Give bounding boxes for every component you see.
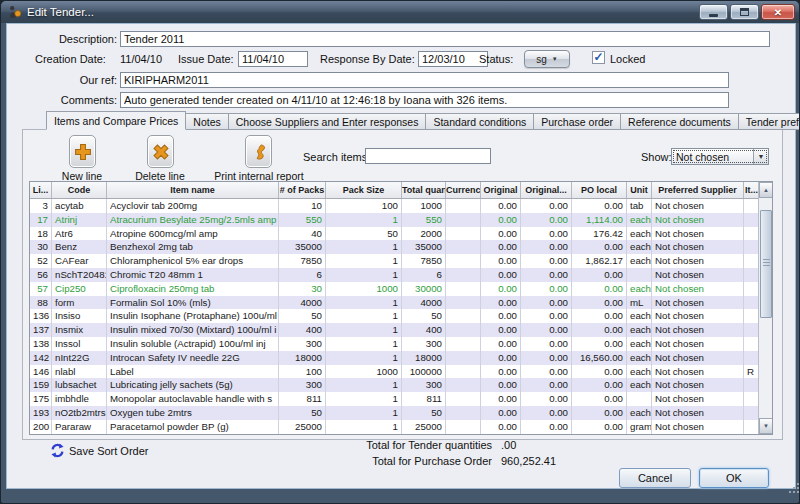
table-row[interactable]: 52CAFearChloramphenicol 5% ear drops7850…: [30, 254, 772, 268]
cell-preferred_supplier: Not chosen: [652, 268, 744, 282]
cell-po_local: 0.00: [572, 392, 627, 406]
table-row[interactable]: 193nO2tb2mtrsOxygen tube 2mtrs501500.000…: [30, 406, 772, 420]
cell-unit: grams: [627, 420, 652, 434]
scroll-down-button[interactable]: ▼: [759, 418, 773, 434]
close-button[interactable]: ✕: [761, 4, 795, 20]
cell-pack_size: 1: [326, 378, 402, 392]
search-items-input[interactable]: [365, 148, 491, 164]
table-row[interactable]: 57Cip250Ciprofloxacin 250mg tab301000300…: [30, 282, 772, 296]
tab-items-and-compare-prices[interactable]: Items and Compare Prices: [46, 111, 186, 130]
column-header-currency[interactable]: Currency: [446, 182, 481, 198]
cell-total_quantity: 400: [402, 323, 446, 337]
cell-line: 3: [30, 199, 52, 213]
dialog-content: Description: Creation Date: 11/04/10 Iss…: [6, 23, 796, 489]
tab-bar: Items and Compare PricesNotesChoose Supp…: [46, 111, 800, 130]
cell-packs: 100: [279, 365, 326, 379]
column-header-code[interactable]: Code: [52, 182, 107, 198]
tab-reference-documents[interactable]: Reference documents: [621, 113, 739, 130]
scroll-up-button[interactable]: ▲: [759, 182, 773, 198]
tab-choose-suppliers-and-enter-responses[interactable]: Choose Suppliers and Enter responses: [229, 113, 427, 130]
maximize-button[interactable]: [730, 4, 759, 20]
column-header-line[interactable]: Li...: [30, 182, 52, 198]
table-row[interactable]: 138InssolInsulin soluble (Actrapid) 100u…: [30, 337, 772, 351]
cell-line: 30: [30, 240, 52, 254]
column-header-original[interactable]: Original: [481, 182, 521, 198]
table-row[interactable]: 18Atr6Atropine 600mcg/ml amp405020000.00…: [30, 227, 772, 241]
table-row[interactable]: 159lubsachetLubricating jelly sachets (5…: [30, 378, 772, 392]
status-dropdown[interactable]: sg ▼: [524, 50, 570, 68]
tab-tender-preferences[interactable]: Tender preferences: [739, 113, 800, 130]
print-internal-report-button[interactable]: [245, 135, 272, 168]
table-body: 3acytabAcyclovir tab 200mg1010010000.000…: [30, 199, 772, 434]
table-row[interactable]: 56nSchT20481Chromic T20 48mm 16160.000.0…: [30, 268, 772, 282]
tab-purchase-order[interactable]: Purchase order: [534, 113, 621, 130]
tab-notes[interactable]: Notes: [186, 113, 228, 130]
table-row[interactable]: 175imbhdleMonopolar autoclavable handle …: [30, 392, 772, 406]
table-row[interactable]: 200PararawParacetamol powder BP (g)25000…: [30, 420, 772, 434]
cell-item_name: Acyclovir tab 200mg: [107, 199, 279, 213]
cell-item_name: Monopolar autoclavable handle with s: [107, 392, 279, 406]
response-by-date-input[interactable]: [418, 51, 488, 67]
table-row[interactable]: 137InsmixInsulin mixed 70/30 (Mixtard) 1…: [30, 323, 772, 337]
cell-total_quantity: 300: [402, 378, 446, 392]
cell-packs: 550: [279, 213, 326, 227]
column-header-item_name[interactable]: Item name: [107, 182, 279, 198]
cell-unit: each: [627, 351, 652, 365]
cell-currency: [446, 240, 481, 254]
cell-original2: 0.00: [521, 309, 572, 323]
column-header-packs[interactable]: # of Packs: [279, 182, 326, 198]
column-header-total_quantity[interactable]: Total quan...: [402, 182, 446, 198]
table-row[interactable]: 88formFormalin Sol 10% (mls)4000140000.0…: [30, 296, 772, 310]
save-sort-order-label[interactable]: Save Sort Order: [69, 445, 148, 457]
cell-pack_size: 1: [326, 420, 402, 434]
cell-line: 136: [30, 309, 52, 323]
scrollbar-thumb[interactable]: [760, 210, 772, 318]
cell-packs: 30: [279, 282, 326, 296]
show-dropdown[interactable]: Not chosen ▼: [671, 148, 769, 165]
cell-currency: [446, 392, 481, 406]
minimize-button[interactable]: [699, 4, 728, 20]
creation-date-value: 11/04/10: [120, 53, 162, 65]
issue-date-input[interactable]: [238, 51, 308, 67]
column-header-pack_size[interactable]: Pack Size: [326, 182, 402, 198]
cell-line: 146: [30, 365, 52, 379]
column-header-po_local[interactable]: PO local: [572, 182, 627, 198]
table-scrollbar[interactable]: ▲ ▼: [758, 182, 772, 434]
cell-po_local: 0.00: [572, 296, 627, 310]
cell-preferred_supplier: Not chosen: [652, 337, 744, 351]
delete-line-button[interactable]: [147, 135, 174, 168]
cell-unit: each: [627, 378, 652, 392]
cell-packs: 18000: [279, 351, 326, 365]
cell-unit: each: [627, 213, 652, 227]
tab-standard-conditions[interactable]: Standard conditions: [426, 113, 534, 130]
table-row[interactable]: 142nInt22GIntrocan Safety IV needle 22G1…: [30, 351, 772, 365]
cell-original: 0.00: [481, 351, 521, 365]
cell-currency: [446, 309, 481, 323]
resize-grip[interactable]: [789, 483, 791, 485]
cell-unit: each: [627, 254, 652, 268]
cell-po_local: 0.00: [572, 337, 627, 351]
table-row[interactable]: 136InsisoInsulin Isophane (Protaphane) 1…: [30, 309, 772, 323]
save-sort-order-icon: [50, 443, 64, 457]
locked-checkbox[interactable]: ✓: [592, 51, 605, 64]
description-input[interactable]: [120, 31, 770, 47]
table-row[interactable]: 17AtrinjAtracurium Besylate 25mg/2.5mls …: [30, 213, 772, 227]
cell-total_quantity: 2000: [402, 227, 446, 241]
table-row[interactable]: 30BenzBenzhexol 2mg tab350001350000.000.…: [30, 240, 772, 254]
column-header-unit[interactable]: Unit: [627, 182, 652, 198]
table-row[interactable]: 3acytabAcyclovir tab 200mg1010010000.000…: [30, 199, 772, 213]
cell-packs: 50: [279, 406, 326, 420]
comments-label: Comments:: [15, 94, 117, 106]
ok-button[interactable]: OK: [699, 468, 769, 488]
cancel-button[interactable]: Cancel: [619, 468, 691, 488]
cell-unit: [627, 392, 652, 406]
column-header-preferred_supplier[interactable]: Preferred Supplier: [652, 182, 744, 198]
new-line-button[interactable]: [69, 135, 96, 168]
cell-currency: [446, 323, 481, 337]
cell-original2: 0.00: [521, 296, 572, 310]
column-header-original2[interactable]: Original...: [521, 182, 572, 198]
cell-original: 0.00: [481, 365, 521, 379]
table-row[interactable]: 146nlablLabel10010001000000.000.000.00ea…: [30, 365, 772, 379]
our-ref-input[interactable]: [120, 72, 729, 88]
comments-input[interactable]: [120, 92, 729, 108]
